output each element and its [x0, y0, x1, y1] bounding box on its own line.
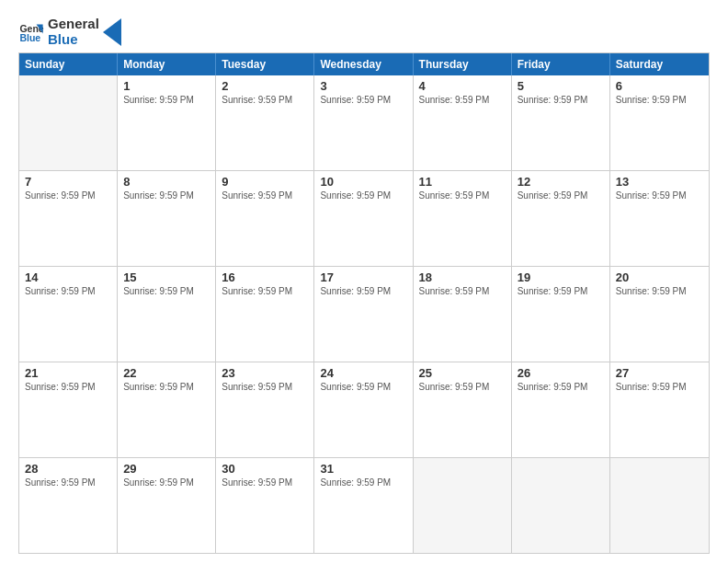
day-number: 25	[419, 366, 506, 380]
day-number: 15	[123, 270, 210, 284]
sunrise-text: Sunrise: 9:59 PM	[616, 286, 703, 296]
sunrise-text: Sunrise: 9:59 PM	[616, 382, 703, 392]
calendar-row: 14Sunrise: 9:59 PM15Sunrise: 9:59 PM16Su…	[19, 266, 709, 362]
day-cell: 13Sunrise: 9:59 PM	[610, 171, 709, 266]
day-cell: 17Sunrise: 9:59 PM	[314, 267, 413, 362]
day-cell: 14Sunrise: 9:59 PM	[19, 267, 118, 362]
sunrise-text: Sunrise: 9:59 PM	[123, 477, 210, 488]
sunrise-text: Sunrise: 9:59 PM	[320, 382, 406, 392]
sunrise-text: Sunrise: 9:59 PM	[320, 477, 406, 488]
day-cell: 10Sunrise: 9:59 PM	[314, 171, 413, 266]
sunrise-text: Sunrise: 9:59 PM	[25, 477, 111, 488]
day-cell: 19Sunrise: 9:59 PM	[512, 267, 610, 362]
day-number: 9	[222, 175, 308, 189]
day-number: 20	[616, 270, 703, 284]
header-sunday: Sunday	[19, 53, 118, 75]
day-number: 18	[419, 270, 506, 284]
header-friday: Friday	[512, 53, 610, 75]
calendar-row: 1Sunrise: 9:59 PM2Sunrise: 9:59 PM3Sunri…	[19, 75, 709, 170]
day-cell: 3Sunrise: 9:59 PM	[314, 75, 413, 170]
sunrise-text: Sunrise: 9:59 PM	[616, 190, 703, 201]
sunrise-text: Sunrise: 9:59 PM	[222, 95, 308, 105]
day-number: 27	[616, 366, 703, 380]
day-cell: 9Sunrise: 9:59 PM	[216, 171, 314, 266]
calendar-header: Sunday Monday Tuesday Wednesday Thursday…	[19, 53, 709, 75]
sunrise-text: Sunrise: 9:59 PM	[123, 190, 210, 201]
day-cell: 22Sunrise: 9:59 PM	[118, 362, 216, 457]
sunrise-text: Sunrise: 9:59 PM	[222, 190, 308, 201]
day-number: 8	[123, 175, 210, 189]
day-number: 28	[25, 462, 111, 476]
svg-text:Blue: Blue	[19, 31, 40, 42]
logo-icon: General Blue	[18, 19, 44, 45]
day-cell	[414, 458, 512, 553]
day-cell: 29Sunrise: 9:59 PM	[118, 458, 216, 553]
sunrise-text: Sunrise: 9:59 PM	[419, 286, 506, 296]
day-number: 5	[518, 79, 604, 93]
day-cell: 18Sunrise: 9:59 PM	[414, 267, 512, 362]
sunrise-text: Sunrise: 9:59 PM	[222, 286, 308, 296]
day-cell: 20Sunrise: 9:59 PM	[610, 267, 709, 362]
day-cell: 8Sunrise: 9:59 PM	[118, 171, 216, 266]
day-number: 12	[518, 175, 604, 189]
calendar-row: 21Sunrise: 9:59 PM22Sunrise: 9:59 PM23Su…	[19, 362, 709, 457]
page: General Blue General Blue Sunday Monday …	[0, 0, 728, 563]
logo-blue: Blue	[48, 32, 99, 48]
day-number: 31	[320, 462, 406, 476]
day-cell: 1Sunrise: 9:59 PM	[118, 75, 216, 170]
day-number: 2	[222, 79, 308, 93]
sunrise-text: Sunrise: 9:59 PM	[518, 382, 604, 392]
sunrise-text: Sunrise: 9:59 PM	[25, 382, 111, 392]
day-number: 14	[25, 270, 111, 284]
day-number: 7	[25, 175, 111, 189]
sunrise-text: Sunrise: 9:59 PM	[25, 286, 111, 296]
calendar-row: 7Sunrise: 9:59 PM8Sunrise: 9:59 PM9Sunri…	[19, 170, 709, 266]
sunrise-text: Sunrise: 9:59 PM	[616, 95, 703, 105]
sunrise-text: Sunrise: 9:59 PM	[419, 382, 506, 392]
sunrise-text: Sunrise: 9:59 PM	[518, 190, 604, 201]
logo-wave-icon	[103, 18, 121, 46]
sunrise-text: Sunrise: 9:59 PM	[419, 190, 506, 201]
day-number: 26	[518, 366, 604, 380]
calendar-body: 1Sunrise: 9:59 PM2Sunrise: 9:59 PM3Sunri…	[19, 75, 709, 553]
calendar-row: 28Sunrise: 9:59 PM29Sunrise: 9:59 PM30Su…	[19, 457, 709, 553]
day-cell: 30Sunrise: 9:59 PM	[216, 458, 314, 553]
day-cell: 24Sunrise: 9:59 PM	[314, 362, 413, 457]
day-number: 13	[616, 175, 703, 189]
header-wednesday: Wednesday	[314, 53, 413, 75]
sunrise-text: Sunrise: 9:59 PM	[123, 95, 210, 105]
logo-general: General	[48, 17, 99, 32]
day-number: 3	[320, 79, 406, 93]
day-number: 16	[222, 270, 308, 284]
day-cell: 2Sunrise: 9:59 PM	[216, 75, 314, 170]
day-cell: 7Sunrise: 9:59 PM	[19, 171, 118, 266]
sunrise-text: Sunrise: 9:59 PM	[320, 95, 406, 105]
header-tuesday: Tuesday	[216, 53, 314, 75]
day-number: 23	[222, 366, 308, 380]
sunrise-text: Sunrise: 9:59 PM	[518, 95, 604, 105]
day-cell	[512, 458, 610, 553]
sunrise-text: Sunrise: 9:59 PM	[222, 477, 308, 488]
day-cell: 26Sunrise: 9:59 PM	[512, 362, 610, 457]
day-cell: 23Sunrise: 9:59 PM	[216, 362, 314, 457]
sunrise-text: Sunrise: 9:59 PM	[123, 382, 210, 392]
day-cell: 4Sunrise: 9:59 PM	[414, 75, 512, 170]
sunrise-text: Sunrise: 9:59 PM	[222, 382, 308, 392]
sunrise-text: Sunrise: 9:59 PM	[320, 286, 406, 296]
day-number: 22	[123, 366, 210, 380]
day-cell: 12Sunrise: 9:59 PM	[512, 171, 610, 266]
day-number: 29	[123, 462, 210, 476]
day-cell: 28Sunrise: 9:59 PM	[19, 458, 118, 553]
day-cell: 16Sunrise: 9:59 PM	[216, 267, 314, 362]
sunrise-text: Sunrise: 9:59 PM	[123, 286, 210, 296]
day-cell: 6Sunrise: 9:59 PM	[610, 75, 709, 170]
day-number: 11	[419, 175, 506, 189]
day-number: 4	[419, 79, 506, 93]
sunrise-text: Sunrise: 9:59 PM	[25, 190, 111, 201]
day-cell: 15Sunrise: 9:59 PM	[118, 267, 216, 362]
day-cell: 31Sunrise: 9:59 PM	[314, 458, 413, 553]
day-cell: 5Sunrise: 9:59 PM	[512, 75, 610, 170]
header: General Blue General Blue	[18, 17, 710, 47]
calendar: Sunday Monday Tuesday Wednesday Thursday…	[18, 52, 710, 554]
day-cell: 11Sunrise: 9:59 PM	[414, 171, 512, 266]
